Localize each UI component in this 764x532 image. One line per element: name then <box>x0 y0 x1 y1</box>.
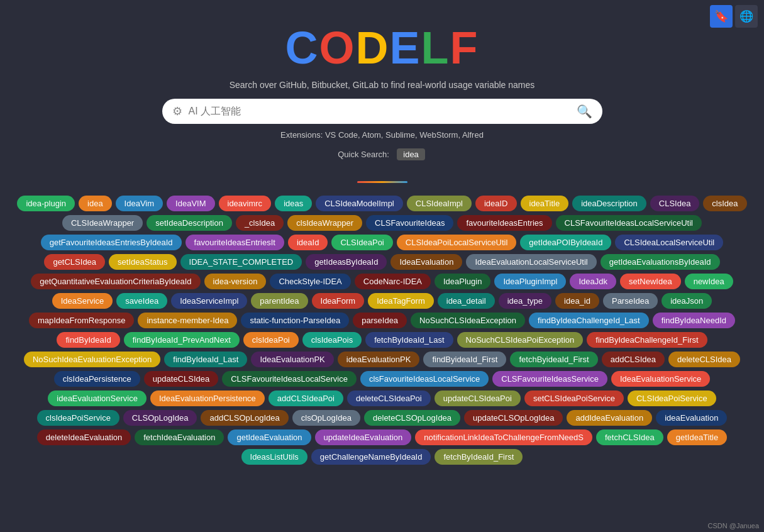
tag-item[interactable]: IdeaVim <box>116 196 163 211</box>
tag-item[interactable]: getIdeaTitle <box>667 429 727 445</box>
tag-item[interactable]: ideaEvaluation <box>656 410 727 426</box>
tag-item[interactable]: addCLSIdeaPoi <box>269 391 343 406</box>
tag-item[interactable]: idea_type <box>499 293 551 309</box>
tag-item[interactable]: IdeaEvaluationService <box>611 371 710 387</box>
tag-item[interactable]: getIdeaEvaluationsByIdeaId <box>601 254 720 270</box>
tag-item[interactable]: getQuantitativeEvaluationCriteriaByIdeaI… <box>31 274 200 289</box>
tag-item[interactable]: clsIdeaWrapper <box>287 215 362 231</box>
tag-item[interactable]: IdeaForm <box>312 293 365 309</box>
tag-item[interactable]: IdeasListUtils <box>241 449 307 465</box>
tag-item[interactable]: CLSIdeaImpl <box>407 196 472 211</box>
tag-item[interactable]: IdeaServiceImpl <box>171 293 247 309</box>
tag-item[interactable]: fetchByideaId_First <box>510 352 597 367</box>
tag-item[interactable]: idea_id <box>555 293 599 309</box>
tag-item[interactable]: ideaEvaluationPK <box>338 352 420 367</box>
tag-item[interactable]: addIdeaEvaluation <box>567 410 652 426</box>
tag-item[interactable]: updateCLSOpLogIdea <box>464 410 563 426</box>
tag-item[interactable]: getIdeaEvaluation <box>228 429 311 445</box>
tag-item[interactable]: clsIdeaPoi <box>243 332 299 348</box>
tag-item[interactable]: deleteCLSOpLogIdea <box>364 410 460 426</box>
tag-item[interactable]: clsIdeaPersistence <box>54 371 140 387</box>
tag-item[interactable]: IDEA_STATE_COMPLETED <box>180 254 302 270</box>
tag-item[interactable]: parentIdea <box>251 293 307 309</box>
tag-item[interactable]: notificationLinkIdeaToChallengeFromNeedS <box>415 429 592 445</box>
tag-item[interactable]: IdeaEvaluationPK <box>251 352 333 367</box>
tag-item[interactable]: fetchByIdeaId_First <box>435 449 523 465</box>
tag-item[interactable]: CLSIdeaPoi <box>331 235 392 250</box>
tag-item[interactable]: updateCLSIdea <box>144 371 218 387</box>
tag-item[interactable]: fetchIdeaEvaluation <box>135 429 224 445</box>
tag-item[interactable]: IdeaEvaluation <box>390 254 462 270</box>
tag-item[interactable]: clsOpLogIdea <box>292 410 360 426</box>
tag-item[interactable]: clsIdeaPois <box>302 332 362 348</box>
tag-item[interactable]: addCLSIdea <box>602 352 665 367</box>
tag-item[interactable]: CLSIdeaPoiService <box>628 391 716 406</box>
tag-item[interactable]: CLSIdeaWrapper <box>62 215 143 231</box>
tag-item[interactable]: _clsIdea <box>236 215 284 231</box>
tag-item[interactable]: ideas <box>275 196 312 211</box>
tag-item[interactable]: deleteIdeaEvaluation <box>37 429 131 445</box>
tag-item[interactable]: ideaTitle <box>521 196 569 211</box>
tag-item[interactable]: saveIdea <box>116 293 167 309</box>
tag-item[interactable]: CLSOpLogIdea <box>123 410 197 426</box>
tag-item[interactable]: ideaDescription <box>572 196 646 211</box>
tag-item[interactable]: ParseIdea <box>603 293 658 309</box>
tag-item[interactable]: CLSFavouriteIdeasLocalService <box>222 371 357 387</box>
tag-item[interactable]: CLSIdeaPoiLocalServiceUtil <box>397 235 517 250</box>
tag-item[interactable]: getIdeasByIdeaId <box>306 254 387 270</box>
tag-item[interactable]: ideaEvaluationService <box>48 391 147 406</box>
tag-item[interactable]: updateCLSIdeaPoi <box>435 391 521 406</box>
search-input[interactable] <box>189 106 570 117</box>
tag-item[interactable]: idea <box>79 196 112 211</box>
tag-item[interactable]: CLSIdea <box>650 196 700 211</box>
tag-item[interactable]: findByideaId_First <box>423 352 506 367</box>
tag-item[interactable]: findByIdeaChallengeId_Last <box>529 313 649 328</box>
tag-item[interactable]: ideaJson <box>662 293 712 309</box>
tag-item[interactable]: idea-version <box>204 274 267 289</box>
tag-item[interactable]: deleteCLSIdea <box>668 352 740 367</box>
tag-item[interactable]: setCLSIdeaPoiService <box>524 391 624 406</box>
tag-item[interactable]: NoSuchCLSIdeaException <box>411 313 525 328</box>
tag-item[interactable]: idea-plugin <box>17 196 75 211</box>
tag-item[interactable]: getIdeaPOIByIdeaId <box>520 235 611 250</box>
tag-item[interactable]: ideavimrc <box>219 196 272 211</box>
tag-item[interactable]: findByIdeaChallengeId_First <box>587 332 707 348</box>
tag-item[interactable]: CLSFavouriteIdeasService <box>492 371 607 387</box>
filter-icon[interactable]: ⚙ <box>172 104 182 118</box>
tag-item[interactable]: CodeNarc-IDEA <box>355 274 431 289</box>
tag-item[interactable]: ideaID <box>475 196 517 211</box>
tag-item[interactable]: findByIdeaId_PrevAndNext <box>124 332 240 348</box>
tag-item[interactable]: idea_detail <box>438 293 495 309</box>
tag-item[interactable]: findByIdeaNeedId <box>653 313 735 328</box>
tag-item[interactable]: NoSuchIdeaEvaluationException <box>24 352 160 367</box>
tag-item[interactable]: IdeaJdk <box>570 274 616 289</box>
quick-search-tag-idea[interactable]: idea <box>397 148 425 160</box>
tag-item[interactable]: deleteCLSIdeaPoi <box>347 391 431 406</box>
tag-item[interactable]: IdeaPlugin <box>435 274 490 289</box>
bookmark-icon[interactable]: 🔖 <box>710 5 733 28</box>
tag-item[interactable]: setNewIdea <box>620 274 681 289</box>
search-magnify-icon[interactable]: 🔍 <box>577 104 592 119</box>
tag-item[interactable]: getCLSIdea <box>44 254 105 270</box>
tag-item[interactable]: parseIdea <box>353 313 407 328</box>
tag-item[interactable]: IdeaEvaluationPersistence <box>150 391 265 406</box>
tag-item[interactable]: IdeaTagForm <box>368 293 434 309</box>
tag-item[interactable]: CheckStyle-IDEA <box>270 274 350 289</box>
tag-item[interactable]: favouriteIdeasEntriesIt <box>185 235 284 250</box>
tag-item[interactable]: favouriteIdeasEntries <box>457 215 551 231</box>
tag-item[interactable]: fetchCLSIdea <box>596 429 663 445</box>
tag-item[interactable]: static-function-ParseIdea <box>241 313 349 328</box>
tag-item[interactable]: getFavouriteIdeasEntriesByIdeaId <box>41 235 182 250</box>
tag-item[interactable]: getChallengeNameByIdeaId <box>311 449 431 465</box>
tag-item[interactable]: CLSIdeaModelImpl <box>316 196 403 211</box>
tag-item[interactable]: ideaId <box>288 235 328 250</box>
tag-item[interactable]: setIdeaStatus <box>109 254 177 270</box>
tag-item[interactable]: CLSFavouriteIdeasLocalServiceUtil <box>556 215 702 231</box>
github-icon[interactable]: 🌐 <box>735 5 758 28</box>
tag-item[interactable]: IdeaVIM <box>167 196 214 211</box>
tag-item[interactable]: clsFavouriteIdeasLocalService <box>360 371 489 387</box>
tag-item[interactable]: CLSIdeaLocalServiceUtil <box>615 235 723 250</box>
tag-item[interactable]: setIdeaDescription <box>147 215 232 231</box>
tag-item[interactable]: newIdea <box>685 274 733 289</box>
tag-item[interactable]: instance-member-Idea <box>138 313 237 328</box>
